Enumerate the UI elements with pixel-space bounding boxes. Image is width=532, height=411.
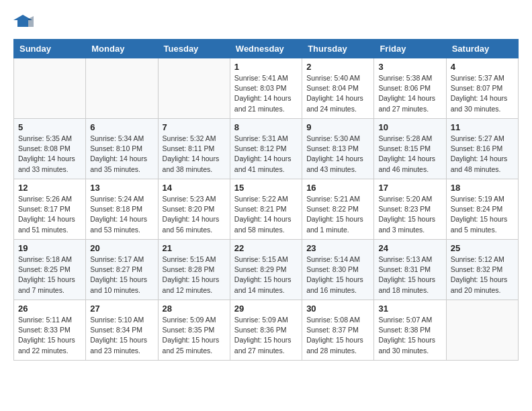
day-number: 16 (306, 183, 369, 193)
day-number: 25 (451, 243, 514, 253)
weekday-header-wednesday: Wednesday (230, 40, 302, 58)
calendar-week-3: 12Sunrise: 5:26 AMSunset: 8:17 PMDayligh… (14, 179, 519, 240)
calendar-cell: 28Sunrise: 5:09 AMSunset: 8:35 PMDayligh… (158, 300, 230, 361)
calendar-cell: 30Sunrise: 5:08 AMSunset: 8:37 PMDayligh… (302, 300, 374, 361)
day-info: Sunrise: 5:32 AMSunset: 8:11 PMDaylight:… (163, 134, 226, 175)
calendar-cell: 15Sunrise: 5:22 AMSunset: 8:21 PMDayligh… (230, 179, 302, 240)
calendar-cell: 3Sunrise: 5:38 AMSunset: 8:06 PMDaylight… (374, 58, 446, 119)
day-number: 10 (378, 122, 441, 132)
day-info: Sunrise: 5:26 AMSunset: 8:17 PMDaylight:… (18, 194, 81, 235)
weekday-header-row: SundayMondayTuesdayWednesdayThursdayFrid… (14, 40, 519, 58)
calendar-cell: 19Sunrise: 5:18 AMSunset: 8:25 PMDayligh… (14, 240, 86, 300)
day-info: Sunrise: 5:23 AMSunset: 8:20 PMDaylight:… (163, 194, 226, 235)
calendar-cell: 27Sunrise: 5:10 AMSunset: 8:34 PMDayligh… (86, 300, 158, 361)
calendar-week-1: 1Sunrise: 5:41 AMSunset: 8:03 PMDaylight… (14, 58, 519, 119)
day-info: Sunrise: 5:19 AMSunset: 8:24 PMDaylight:… (451, 194, 514, 235)
calendar-cell: 7Sunrise: 5:32 AMSunset: 8:11 PMDaylight… (158, 119, 230, 179)
day-info: Sunrise: 5:21 AMSunset: 8:22 PMDaylight:… (306, 194, 369, 235)
day-info: Sunrise: 5:12 AMSunset: 8:32 PMDaylight:… (451, 255, 514, 295)
calendar-week-2: 5Sunrise: 5:35 AMSunset: 8:08 PMDaylight… (14, 119, 519, 179)
day-info: Sunrise: 5:10 AMSunset: 8:34 PMDaylight:… (90, 315, 153, 356)
day-number: 2 (306, 62, 369, 72)
day-info: Sunrise: 5:38 AMSunset: 8:06 PMDaylight:… (378, 73, 441, 114)
calendar-cell: 21Sunrise: 5:15 AMSunset: 8:28 PMDayligh… (158, 240, 230, 300)
day-number: 13 (90, 183, 153, 193)
calendar-cell (14, 58, 86, 119)
day-info: Sunrise: 5:07 AMSunset: 8:38 PMDaylight:… (378, 315, 441, 356)
day-info: Sunrise: 5:30 AMSunset: 8:13 PMDaylight:… (306, 134, 369, 175)
calendar-cell: 24Sunrise: 5:13 AMSunset: 8:31 PMDayligh… (374, 240, 446, 300)
day-info: Sunrise: 5:18 AMSunset: 8:25 PMDaylight:… (18, 255, 81, 295)
day-number: 22 (234, 243, 298, 253)
calendar-cell: 2Sunrise: 5:40 AMSunset: 8:04 PMDaylight… (302, 58, 374, 119)
day-info: Sunrise: 5:37 AMSunset: 8:07 PMDaylight:… (451, 73, 514, 114)
day-number: 5 (18, 122, 81, 132)
day-number: 26 (18, 304, 81, 314)
calendar-week-4: 19Sunrise: 5:18 AMSunset: 8:25 PMDayligh… (14, 240, 519, 300)
day-info: Sunrise: 5:13 AMSunset: 8:31 PMDaylight:… (378, 255, 441, 295)
day-info: Sunrise: 5:28 AMSunset: 8:15 PMDaylight:… (378, 134, 441, 175)
day-number: 23 (306, 243, 369, 253)
calendar-cell: 14Sunrise: 5:23 AMSunset: 8:20 PMDayligh… (158, 179, 230, 240)
calendar-cell: 10Sunrise: 5:28 AMSunset: 8:15 PMDayligh… (374, 119, 446, 179)
day-info: Sunrise: 5:34 AMSunset: 8:10 PMDaylight:… (90, 134, 153, 175)
day-number: 18 (451, 183, 514, 193)
day-info: Sunrise: 5:17 AMSunset: 8:27 PMDaylight:… (90, 255, 153, 295)
calendar-cell: 5Sunrise: 5:35 AMSunset: 8:08 PMDaylight… (14, 119, 86, 179)
calendar-week-5: 26Sunrise: 5:11 AMSunset: 8:33 PMDayligh… (14, 300, 519, 361)
day-info: Sunrise: 5:22 AMSunset: 8:21 PMDaylight:… (234, 194, 298, 235)
day-number: 20 (90, 243, 153, 253)
day-number: 24 (378, 243, 441, 253)
day-number: 30 (306, 304, 369, 314)
weekday-header-friday: Friday (374, 40, 446, 58)
page-header (13, 13, 519, 28)
calendar-cell: 29Sunrise: 5:09 AMSunset: 8:36 PMDayligh… (230, 300, 302, 361)
weekday-header-thursday: Thursday (302, 40, 374, 58)
calendar-cell (158, 58, 230, 119)
calendar-cell: 22Sunrise: 5:15 AMSunset: 8:29 PMDayligh… (230, 240, 302, 300)
day-info: Sunrise: 5:31 AMSunset: 8:12 PMDaylight:… (234, 134, 298, 175)
day-number: 17 (378, 183, 441, 193)
day-info: Sunrise: 5:15 AMSunset: 8:28 PMDaylight:… (163, 255, 226, 295)
calendar-cell: 12Sunrise: 5:26 AMSunset: 8:17 PMDayligh… (14, 179, 86, 240)
day-info: Sunrise: 5:27 AMSunset: 8:16 PMDaylight:… (451, 134, 514, 175)
day-info: Sunrise: 5:40 AMSunset: 8:04 PMDaylight:… (306, 73, 369, 114)
calendar-cell: 18Sunrise: 5:19 AMSunset: 8:24 PMDayligh… (446, 179, 518, 240)
weekday-header-sunday: Sunday (14, 40, 86, 58)
day-info: Sunrise: 5:20 AMSunset: 8:23 PMDaylight:… (378, 194, 441, 235)
calendar-table: SundayMondayTuesdayWednesdayThursdayFrid… (13, 39, 519, 361)
weekday-header-monday: Monday (86, 40, 158, 58)
calendar-cell: 1Sunrise: 5:41 AMSunset: 8:03 PMDaylight… (230, 58, 302, 119)
day-number: 27 (90, 304, 153, 314)
weekday-header-saturday: Saturday (446, 40, 518, 58)
day-info: Sunrise: 5:41 AMSunset: 8:03 PMDaylight:… (234, 73, 298, 114)
day-info: Sunrise: 5:09 AMSunset: 8:36 PMDaylight:… (234, 315, 298, 356)
calendar-cell: 6Sunrise: 5:34 AMSunset: 8:10 PMDaylight… (86, 119, 158, 179)
day-info: Sunrise: 5:14 AMSunset: 8:30 PMDaylight:… (306, 255, 369, 295)
day-number: 31 (378, 304, 441, 314)
weekday-header-tuesday: Tuesday (158, 40, 230, 58)
calendar-cell: 16Sunrise: 5:21 AMSunset: 8:22 PMDayligh… (302, 179, 374, 240)
day-info: Sunrise: 5:08 AMSunset: 8:37 PMDaylight:… (306, 315, 369, 356)
calendar-cell (86, 58, 158, 119)
day-number: 7 (163, 122, 226, 132)
day-number: 3 (378, 62, 441, 72)
calendar-cell: 17Sunrise: 5:20 AMSunset: 8:23 PMDayligh… (374, 179, 446, 240)
calendar-cell: 20Sunrise: 5:17 AMSunset: 8:27 PMDayligh… (86, 240, 158, 300)
day-number: 19 (18, 243, 81, 253)
day-number: 1 (234, 62, 298, 72)
day-number: 11 (451, 122, 514, 132)
calendar-cell: 9Sunrise: 5:30 AMSunset: 8:13 PMDaylight… (302, 119, 374, 179)
day-number: 28 (163, 304, 226, 314)
svg-marker-1 (28, 16, 34, 27)
day-number: 29 (234, 304, 298, 314)
calendar-cell: 8Sunrise: 5:31 AMSunset: 8:12 PMDaylight… (230, 119, 302, 179)
day-number: 12 (18, 183, 81, 193)
day-number: 15 (234, 183, 298, 193)
calendar-cell: 4Sunrise: 5:37 AMSunset: 8:07 PMDaylight… (446, 58, 518, 119)
day-number: 4 (451, 62, 514, 72)
day-info: Sunrise: 5:35 AMSunset: 8:08 PMDaylight:… (18, 134, 81, 175)
calendar-cell: 13Sunrise: 5:24 AMSunset: 8:18 PMDayligh… (86, 179, 158, 240)
calendar-cell (446, 300, 518, 361)
day-info: Sunrise: 5:15 AMSunset: 8:29 PMDaylight:… (234, 255, 298, 295)
